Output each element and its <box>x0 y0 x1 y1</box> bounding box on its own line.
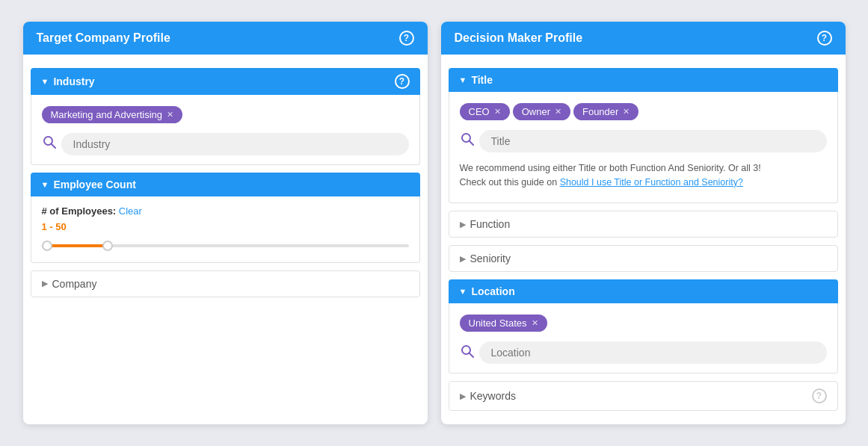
employee-count-row: # of Employees: Clear <box>42 205 409 217</box>
location-tag-us[interactable]: United States ✕ <box>460 315 547 332</box>
title-section-body: CEO ✕ Owner ✕ Founder ✕ <box>449 92 838 204</box>
title-tag-founder[interactable]: Founder ✕ <box>573 103 638 120</box>
svg-line-1 <box>51 144 55 149</box>
company-arrow: ▶ <box>42 279 48 288</box>
industry-label: Industry <box>53 75 94 87</box>
main-container: Target Company Profile ? ▼ Industry ? Ma… <box>23 22 846 425</box>
title-search-row <box>460 130 827 152</box>
location-tag-us-remove[interactable]: ✕ <box>532 318 538 328</box>
location-arrow: ▼ <box>459 287 467 296</box>
industry-search-row <box>42 133 409 155</box>
company-label: Company <box>52 278 97 290</box>
right-panel-title: Decision Maker Profile <box>455 31 583 45</box>
company-section-row[interactable]: ▶ Company <box>31 270 420 297</box>
employee-slider[interactable] <box>42 238 409 253</box>
seniority-label: Seniority <box>470 253 511 264</box>
industry-search-icon <box>42 134 57 153</box>
location-tag-us-label: United States <box>469 318 527 329</box>
right-panel-header: Decision Maker Profile ? <box>441 22 846 55</box>
left-panel-title: Target Company Profile <box>37 31 170 45</box>
seniority-arrow: ▶ <box>460 254 466 264</box>
location-search-icon <box>460 344 475 362</box>
title-tag-ceo-remove[interactable]: ✕ <box>494 107 501 117</box>
employee-arrow: ▼ <box>41 180 49 189</box>
right-panel-content: ▼ Title CEO ✕ Owner ✕ Founder ✕ <box>441 55 846 425</box>
title-tags-row: CEO ✕ Owner ✕ Founder ✕ <box>460 101 827 123</box>
location-label: Location <box>471 285 514 297</box>
title-tag-founder-label: Founder <box>582 106 618 117</box>
location-section-body: United States ✕ <box>449 303 838 374</box>
location-search-row <box>460 341 827 364</box>
employee-body: # of Employees: Clear 1 - 50 <box>31 196 420 263</box>
title-tag-ceo[interactable]: CEO ✕ <box>460 103 510 120</box>
title-tag-founder-remove[interactable]: ✕ <box>623 107 630 117</box>
employee-section-header[interactable]: ▼ Employee Count <box>31 173 420 196</box>
left-panel-help-icon[interactable]: ? <box>399 31 414 46</box>
recommend-text: We recommend using either Title or both … <box>460 161 827 190</box>
slider-thumb-left[interactable] <box>42 241 52 251</box>
industry-help-icon[interactable]: ? <box>395 74 410 89</box>
industry-search-input[interactable] <box>61 133 409 155</box>
left-panel-header: Target Company Profile ? <box>23 22 428 55</box>
slider-thumb-right[interactable] <box>102 241 113 251</box>
title-label: Title <box>471 74 493 86</box>
right-panel: Decision Maker Profile ? ▼ Title CEO ✕ <box>441 22 846 425</box>
title-section-header[interactable]: ▼ Title <box>449 68 838 92</box>
employee-clear-link[interactable]: Clear <box>119 205 142 217</box>
employee-label: Employee Count <box>53 179 135 191</box>
title-tag-owner[interactable]: Owner ✕ <box>513 103 570 120</box>
recommend-guide-text: Check out this guide on <box>460 177 560 188</box>
employee-count-label: # of Employees: <box>42 205 117 217</box>
industry-section-body: Marketing and Advertising ✕ <box>31 95 420 165</box>
keywords-label: Keywords <box>470 390 516 402</box>
industry-arrow: ▼ <box>41 77 49 86</box>
industry-tags-row: Marketing and Advertising ✕ <box>42 104 409 126</box>
location-tags-row: United States ✕ <box>460 312 827 334</box>
title-search-input[interactable] <box>479 130 827 152</box>
left-panel-content: ▼ Industry ? Marketing and Advertising ✕ <box>23 55 428 311</box>
employee-section: ▼ Employee Count # of Employees: Clear 1… <box>31 173 420 263</box>
title-tag-owner-label: Owner <box>522 106 550 117</box>
recommend-text-line1: We recommend using either Title or both … <box>460 163 761 173</box>
keywords-arrow: ▶ <box>460 391 466 401</box>
seniority-section-row[interactable]: ▶ Seniority <box>449 245 838 272</box>
title-tag-owner-remove[interactable]: ✕ <box>555 107 561 117</box>
function-arrow: ▶ <box>460 220 466 229</box>
svg-line-5 <box>469 353 473 357</box>
svg-line-3 <box>469 141 473 146</box>
right-panel-help-icon[interactable]: ? <box>817 31 832 46</box>
title-search-icon <box>460 131 475 150</box>
left-panel: Target Company Profile ? ▼ Industry ? Ma… <box>23 22 428 425</box>
industry-tag-remove[interactable]: ✕ <box>167 110 173 120</box>
industry-tag[interactable]: Marketing and Advertising ✕ <box>42 106 183 123</box>
function-label: Function <box>470 218 511 230</box>
keywords-section-row[interactable]: ▶ Keywords ? <box>449 381 838 411</box>
title-tag-ceo-label: CEO <box>469 106 490 117</box>
keywords-help-icon[interactable]: ? <box>812 388 827 403</box>
industry-section-header[interactable]: ▼ Industry ? <box>31 68 420 95</box>
slider-track <box>42 244 409 247</box>
function-section-row[interactable]: ▶ Function <box>449 211 838 238</box>
industry-tag-label: Marketing and Advertising <box>51 109 163 120</box>
location-section-header[interactable]: ▼ Location <box>449 279 838 303</box>
recommend-guide-link[interactable]: Should I use Title or Function and Senio… <box>560 177 743 188</box>
employee-range-value: 1 - 50 <box>42 221 409 232</box>
title-arrow: ▼ <box>459 75 467 84</box>
location-search-input[interactable] <box>479 341 827 364</box>
